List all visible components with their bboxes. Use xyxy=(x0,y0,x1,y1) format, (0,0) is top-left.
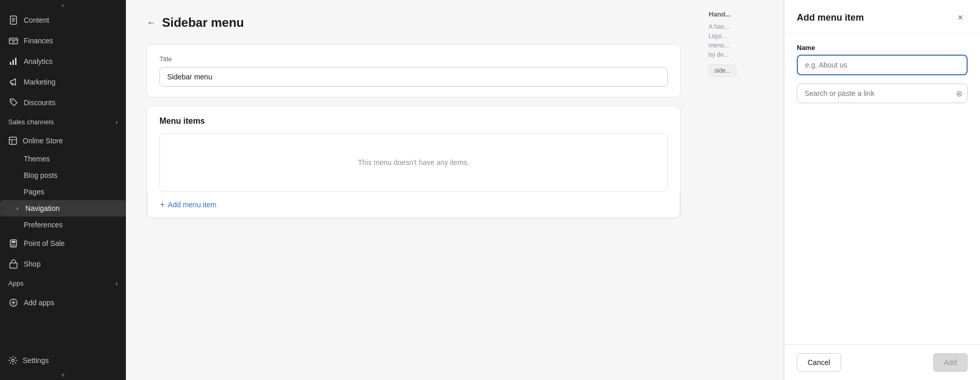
right-panel-title: Add menu item xyxy=(797,12,864,23)
plus-icon: + xyxy=(160,200,165,209)
sidebar-item-marketing[interactable]: Marketing xyxy=(0,72,126,92)
scroll-down-indicator: ▼ xyxy=(0,370,126,380)
sidebar-item-online-store-label: Online Store xyxy=(23,137,63,145)
sidebar-sub-item-themes[interactable]: Themes xyxy=(0,151,126,167)
sidebar-item-analytics[interactable]: Analytics xyxy=(0,51,126,72)
title-label: Title xyxy=(159,55,668,63)
svg-rect-11 xyxy=(9,137,17,144)
gear-icon xyxy=(8,356,18,365)
page-title: Sidebar menu xyxy=(162,15,244,30)
link-field-wrapper: ⊗ xyxy=(797,84,968,103)
sidebar-item-add-apps[interactable]: Add apps xyxy=(0,292,126,313)
sidebar-item-marketing-label: Marketing xyxy=(24,78,55,86)
sidebar: ▲ Content Finances xyxy=(0,0,126,380)
sidebar-item-pos-label: Point of Sale xyxy=(24,239,65,247)
svg-point-16 xyxy=(14,244,15,245)
arrow-right-icon: › xyxy=(17,206,18,211)
back-button[interactable]: ← xyxy=(147,18,156,28)
sidebar-item-settings[interactable]: Settings xyxy=(0,351,126,370)
handle-tag-middle: side... xyxy=(709,64,736,77)
currency-icon xyxy=(8,36,19,46)
title-card: Title xyxy=(147,44,681,97)
svg-rect-13 xyxy=(11,241,15,243)
sidebar-sub-item-blog-posts-label: Blog posts xyxy=(24,171,57,179)
svg-point-14 xyxy=(11,244,12,245)
sidebar-item-online-store[interactable]: Online Store xyxy=(0,131,126,151)
online-store-icon xyxy=(8,136,18,145)
main-content: ← Sidebar menu Title Menu items This men… xyxy=(126,0,701,380)
sidebar-item-discounts-label: Discounts xyxy=(24,98,55,107)
right-panel: Add menu item × Name ⊗ Cancel Add xyxy=(784,0,980,380)
sidebar-sub-item-themes-label: Themes xyxy=(24,155,50,163)
sidebar-item-shop[interactable]: Shop xyxy=(0,254,126,274)
page-header: ← Sidebar menu xyxy=(147,15,681,30)
svg-point-6 xyxy=(13,41,14,43)
svg-point-19 xyxy=(14,245,15,246)
name-input[interactable] xyxy=(797,55,968,75)
svg-point-10 xyxy=(11,101,12,102)
sidebar-sub-item-pages[interactable]: Pages xyxy=(0,184,126,200)
handle-label-middle: Hand... xyxy=(709,10,776,18)
chevron-right-icon: › xyxy=(116,119,118,126)
sidebar-item-analytics-label: Analytics xyxy=(24,57,53,65)
sidebar-sub-item-preferences[interactable]: Preferences xyxy=(0,217,126,233)
sidebar-sub-item-blog-posts[interactable]: Blog posts xyxy=(0,167,126,184)
name-field-label: Name xyxy=(797,44,968,52)
sidebar-item-point-of-sale[interactable]: Point of Sale xyxy=(0,233,126,254)
menu-items-card: Menu items This menu doesn't have any it… xyxy=(147,106,681,219)
svg-rect-8 xyxy=(12,60,14,65)
megaphone-icon xyxy=(8,77,19,87)
title-input[interactable] xyxy=(159,67,668,87)
apps-section[interactable]: Apps › xyxy=(0,274,126,292)
svg-point-17 xyxy=(11,245,12,246)
svg-point-24 xyxy=(12,359,14,362)
cancel-button[interactable]: Cancel xyxy=(797,353,841,372)
chevron-right-apps-icon: › xyxy=(116,280,118,287)
svg-rect-9 xyxy=(15,58,17,65)
right-panel-footer: Cancel Add xyxy=(784,344,980,380)
svg-rect-7 xyxy=(10,62,11,65)
sidebar-sub-item-navigation[interactable]: › Navigation xyxy=(0,200,126,217)
right-panel-header: Add menu item × xyxy=(784,0,980,34)
right-panel-body: Name ⊗ xyxy=(784,34,980,344)
sales-channels-section[interactable]: Sales channels › xyxy=(0,113,126,131)
pos-icon xyxy=(8,238,19,249)
empty-menu-message: This menu doesn't have any items. xyxy=(159,133,668,192)
sidebar-item-content-label: Content xyxy=(24,16,49,24)
link-input[interactable] xyxy=(797,84,968,103)
sidebar-item-discounts[interactable]: Discounts xyxy=(0,92,126,113)
sidebar-item-finances-label: Finances xyxy=(24,37,53,45)
sidebar-item-add-apps-label: Add apps xyxy=(24,299,54,307)
clear-icon: ⊗ xyxy=(956,89,962,98)
sidebar-sub-item-navigation-label: Navigation xyxy=(25,204,59,212)
link-clear-button[interactable]: ⊗ xyxy=(956,89,962,98)
sidebar-item-finances[interactable]: Finances xyxy=(0,30,126,51)
sidebar-sub-item-preferences-label: Preferences xyxy=(24,221,62,229)
close-icon: × xyxy=(958,12,963,23)
chart-icon xyxy=(8,56,19,67)
svg-point-15 xyxy=(13,244,14,245)
scroll-up-indicator: ▲ xyxy=(0,0,126,10)
document-icon xyxy=(8,15,19,25)
sidebar-sub-item-pages-label: Pages xyxy=(24,188,44,196)
sales-channels-label: Sales channels xyxy=(8,118,54,126)
sidebar-item-shop-label: Shop xyxy=(24,260,41,268)
svg-point-18 xyxy=(13,245,14,246)
middle-panel: Hand... A han...Liqui...menu...by de... … xyxy=(701,0,784,380)
tag-icon xyxy=(8,97,19,108)
add-menu-item-row: + Add menu item xyxy=(147,192,680,218)
add-icon xyxy=(8,298,19,308)
close-button[interactable]: × xyxy=(953,10,968,25)
apps-label: Apps xyxy=(8,279,24,287)
shop-icon xyxy=(8,259,19,269)
add-menu-item-button[interactable]: + Add menu item xyxy=(160,200,217,209)
svg-rect-20 xyxy=(10,263,17,268)
sidebar-item-settings-label: Settings xyxy=(23,356,49,365)
sidebar-item-content[interactable]: Content xyxy=(0,10,126,30)
handle-desc-middle: A han...Liqui...menu...by de... xyxy=(709,22,776,59)
add-menu-item-label: Add menu item xyxy=(168,201,216,209)
menu-items-heading: Menu items xyxy=(159,117,668,126)
add-button[interactable]: Add xyxy=(933,353,968,372)
